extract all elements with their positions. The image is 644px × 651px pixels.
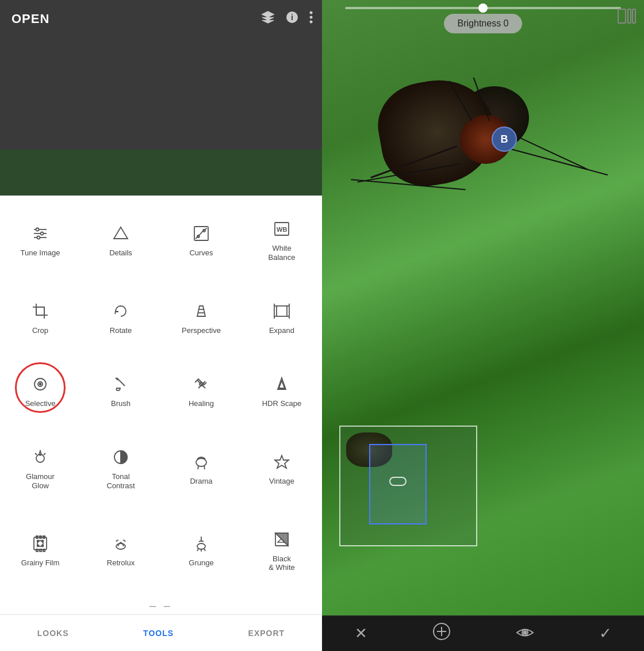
tool-grunge[interactable]: Grunge (161, 510, 241, 592)
tonal-contrast-label: TonalContrast (106, 472, 135, 490)
tune-image-label: Tune Image (21, 248, 60, 258)
black-white-icon (273, 531, 290, 551)
svg-point-60 (116, 543, 125, 549)
selection-handle[interactable] (389, 477, 407, 486)
brightness-control: Brightness 0 (322, 7, 644, 33)
tool-crop[interactable]: Crop (0, 282, 80, 355)
image-preview-strip (0, 150, 322, 196)
photo-editing-area[interactable]: Brightness 0 B (322, 0, 644, 615)
curves-label: Curves (189, 248, 213, 258)
tool-retrolux[interactable]: Retrolux (80, 510, 161, 592)
retrolux-label: Retrolux (107, 558, 135, 568)
tab-tools[interactable]: TOOLS (132, 624, 185, 642)
eye-button[interactable] (507, 620, 543, 648)
grunge-label: Grunge (189, 558, 213, 568)
top-bar: OPEN i (0, 0, 322, 196)
brightness-slider-track[interactable] (345, 7, 621, 9)
svg-point-59 (42, 545, 44, 547)
more-icon[interactable] (309, 10, 313, 28)
brightness-label: Brightness 0 (444, 14, 523, 33)
svg-point-3 (310, 16, 313, 19)
svg-marker-11 (114, 227, 128, 239)
tool-vintage[interactable]: Vintage (241, 428, 322, 511)
perspective-icon (193, 302, 210, 323)
curves-icon (193, 225, 210, 245)
tool-grainy-film[interactable]: Grainy Film (0, 510, 80, 592)
tool-rotate[interactable]: Rotate (80, 282, 161, 355)
svg-line-64 (204, 549, 205, 551)
svg-line-44 (44, 453, 45, 455)
svg-marker-23 (197, 306, 205, 316)
bottom-tabs: LOOKS TOOLS EXPORT (0, 614, 322, 651)
brightness-slider-thumb[interactable] (478, 3, 488, 13)
tool-hdr-scape[interactable]: HDR Scape (241, 355, 322, 428)
expand-label: Expand (269, 326, 294, 335)
tool-expand[interactable]: Expand (241, 282, 322, 355)
selection-inner-box[interactable] (369, 444, 427, 524)
rotate-label: Rotate (110, 326, 132, 335)
white-balance-label: WhiteBalance (269, 244, 296, 262)
brush-label: Brush (111, 399, 131, 408)
tab-looks[interactable]: LOOKS (26, 624, 80, 642)
tool-curves[interactable]: Curves (161, 200, 241, 282)
confirm-button[interactable]: ✓ (590, 620, 621, 647)
grainy-film-label: Grainy Film (21, 558, 59, 568)
brush-icon (112, 376, 129, 396)
svg-point-2 (310, 12, 313, 14)
b-marker-label: B (501, 133, 508, 145)
layers-icon[interactable] (261, 10, 275, 28)
drama-label: Drama (190, 477, 212, 486)
cancel-button[interactable]: ✕ (346, 620, 377, 647)
tool-selective[interactable]: Selective (0, 355, 80, 428)
grunge-icon (193, 535, 210, 555)
tool-tune-image[interactable]: Tune Image (0, 200, 80, 282)
expand-icon (273, 302, 290, 323)
svg-text:i: i (291, 13, 293, 22)
retrolux-icon (112, 535, 129, 555)
svg-point-58 (37, 545, 39, 547)
tool-glamour-glow[interactable]: GlamourGlow (0, 428, 80, 511)
info-icon[interactable]: i (285, 10, 299, 28)
svg-rect-54 (43, 549, 45, 552)
b-marker[interactable]: B (492, 127, 517, 152)
drama-icon (193, 453, 210, 473)
tool-white-balance[interactable]: WB WhiteBalance (241, 200, 322, 282)
tool-tonal-contrast[interactable]: TonalContrast (80, 428, 161, 511)
svg-point-9 (41, 232, 44, 235)
tool-drama[interactable]: Drama (161, 428, 241, 511)
svg-rect-22 (36, 307, 44, 315)
svg-point-35 (40, 383, 41, 385)
svg-point-46 (196, 458, 206, 466)
open-button[interactable]: OPEN (12, 12, 49, 26)
tool-brush[interactable]: Brush (80, 355, 161, 428)
selective-icon (32, 376, 49, 396)
svg-line-43 (35, 453, 37, 455)
svg-rect-26 (277, 306, 287, 316)
white-balance-icon: WB (273, 220, 290, 240)
svg-text:WB: WB (277, 226, 287, 233)
svg-point-57 (42, 541, 44, 542)
right-panel: Brightness 0 B (322, 0, 644, 651)
crop-label: Crop (32, 326, 48, 335)
glamour-glow-label: GlamourGlow (26, 472, 55, 490)
svg-point-62 (197, 543, 205, 549)
tool-details[interactable]: Details (80, 200, 161, 282)
svg-marker-47 (275, 455, 289, 468)
tool-black-white[interactable]: Black& White (241, 510, 322, 592)
svg-rect-52 (36, 549, 38, 552)
tool-healing[interactable]: Healing (161, 355, 241, 428)
svg-point-56 (37, 541, 39, 542)
grainy-film-icon (32, 535, 49, 555)
vintage-icon (273, 453, 290, 473)
tool-perspective[interactable]: Perspective (161, 282, 241, 355)
split-view-icon[interactable] (618, 8, 636, 28)
svg-rect-69 (628, 9, 631, 23)
glamour-glow-icon (32, 449, 49, 469)
tab-export[interactable]: EXPORT (237, 624, 297, 642)
tonal-contrast-icon (112, 449, 129, 469)
selection-outer-box[interactable] (339, 426, 477, 546)
healing-label: Healing (189, 399, 214, 408)
svg-rect-70 (632, 9, 635, 23)
add-point-button[interactable] (423, 618, 460, 649)
vintage-label: Vintage (269, 477, 294, 486)
